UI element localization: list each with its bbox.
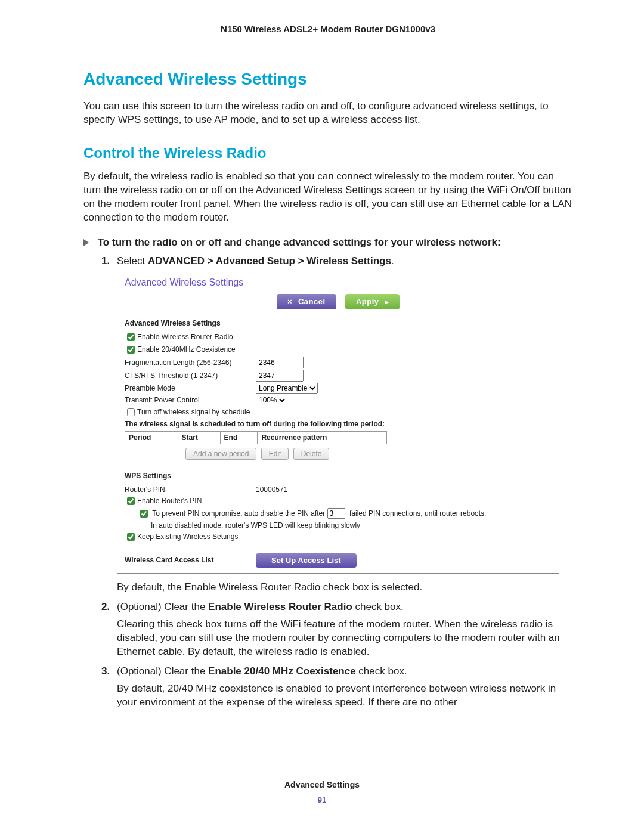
panel-title: Advanced Wireless Settings — [117, 271, 559, 290]
enable-router-pin-checkbox[interactable]: Enable Router's PIN — [125, 496, 552, 507]
failed-attempts-input[interactable] — [327, 508, 345, 519]
wps-heading: WPS Settings — [125, 471, 552, 481]
page-number: 91 — [0, 795, 644, 804]
intro-paragraph: You can use this screen to turn the wire… — [83, 100, 572, 127]
apply-button[interactable]: Apply▸ — [345, 294, 400, 309]
step-3: (Optional) Clear the Enable 20/40 MHz Co… — [101, 665, 572, 710]
step-3-paragraph: By default, 20/40 MHz coexistence is ena… — [117, 682, 572, 710]
router-pin-label: Router's PIN: — [125, 485, 256, 494]
transmit-power-label: Transmit Power Control — [125, 395, 256, 405]
schedule-table: Period Start End Recurrence pattern — [125, 431, 387, 444]
step-2-paragraph: Clearing this check box turns off the Wi… — [117, 618, 572, 659]
enable-wireless-router-radio-checkbox[interactable]: Enable Wireless Router Radio — [125, 332, 552, 343]
edit-button[interactable]: Edit — [261, 448, 289, 460]
triangle-bullet-icon — [83, 239, 89, 246]
footer: Advanced Settings 91 — [0, 780, 644, 804]
wacl-heading: Wireless Card Access List — [125, 555, 256, 565]
arrow-right-icon: ▸ — [385, 298, 389, 305]
transmit-power-select[interactable]: 100% — [256, 395, 287, 405]
section-heading-control-radio: Control the Wireless Radio — [83, 145, 572, 162]
col-end: End — [220, 432, 258, 444]
schedule-note: The wireless signal is scheduled to turn… — [125, 419, 552, 429]
enable-20-40-coexistence-checkbox[interactable]: Enable 20/40MHz Coexistence — [125, 344, 552, 355]
col-period: Period — [125, 432, 178, 444]
footer-section-title: Advanced Settings — [0, 780, 644, 789]
cancel-button[interactable]: ×Cancel — [277, 294, 336, 309]
set-up-access-list-button[interactable]: Set Up Access List — [256, 553, 357, 568]
auto-disable-pin-checkbox[interactable]: To prevent PIN compromise, auto disable … — [125, 508, 552, 519]
close-icon: × — [287, 297, 292, 306]
cts-rts-label: CTS/RTS Threshold (1-2347) — [125, 371, 256, 380]
fragmentation-length-input[interactable] — [256, 357, 304, 368]
wireless-card-access-list-section: Wireless Card Access List Set Up Access … — [117, 549, 559, 573]
doc-header: N150 Wireless ADSL2+ Modem Router DGN100… — [83, 24, 572, 34]
router-settings-panel: Advanced Wireless Settings ×Cancel Apply… — [117, 271, 559, 574]
preamble-mode-label: Preamble Mode — [125, 383, 256, 393]
router-pin-value: 10000571 — [256, 485, 287, 494]
cts-rts-input[interactable] — [256, 370, 304, 382]
auto-disabled-mode-note: In auto disabled mode, router's WPS LED … — [125, 521, 552, 530]
col-start: Start — [178, 432, 220, 444]
col-recurrence: Recurrence pattern — [258, 432, 387, 444]
turn-off-by-schedule-checkbox[interactable]: Turn off wireless signal by schedule — [125, 407, 552, 418]
aws-heading: Advanced Wireless Settings — [125, 318, 552, 328]
step-1: Select ADVANCED > Advanced Setup > Wirel… — [101, 255, 572, 595]
delete-button[interactable]: Delete — [293, 448, 330, 460]
preamble-mode-select[interactable]: Long Preamble — [256, 383, 318, 394]
advanced-wireless-section: Advanced Wireless Settings Enable Wirele… — [117, 312, 559, 466]
control-radio-paragraph: By default, the wireless radio is enable… — [83, 170, 572, 225]
step-2: (Optional) Clear the Enable Wireless Rou… — [101, 600, 572, 659]
keep-existing-wireless-settings-checkbox[interactable]: Keep Existing Wireless Settings — [125, 531, 552, 543]
step-1-after-note: By default, the Enable Wireless Router R… — [117, 581, 572, 594]
procedure-lead: To turn the radio on or off and change a… — [83, 237, 572, 249]
fragmentation-length-label: Fragmentation Length (256-2346) — [125, 358, 256, 367]
page-title: Advanced Wireless Settings — [83, 70, 572, 89]
add-new-period-button[interactable]: Add a new period — [185, 448, 256, 460]
wps-settings-section: WPS Settings Router's PIN: 10000571 Enab… — [117, 465, 559, 549]
